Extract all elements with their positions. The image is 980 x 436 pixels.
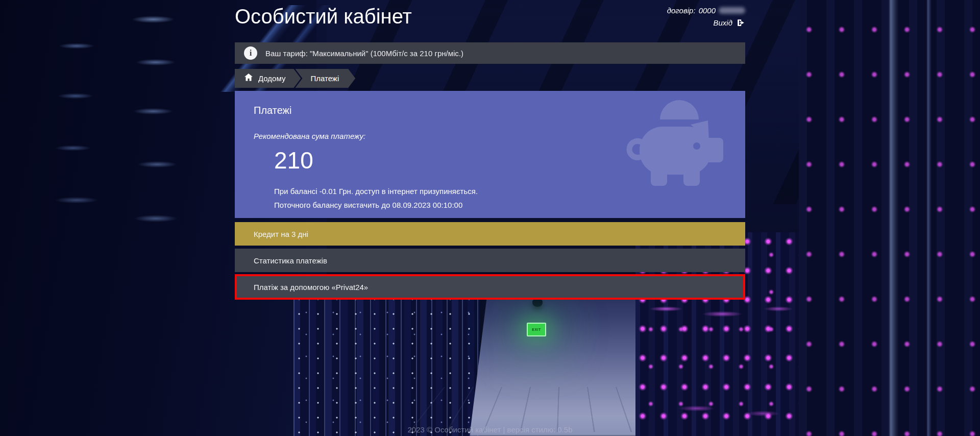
contract-label: договір:: [667, 6, 696, 15]
logout-button[interactable]: Вихід: [667, 18, 745, 27]
payment-statistics-button[interactable]: Статистика платежів: [235, 249, 745, 272]
payments-panel: Платежі Рекомендована сума платежу: 210 …: [235, 91, 745, 218]
footer-copyright: 2023 © Особистий кабінет | версія стилю:…: [0, 425, 980, 434]
credit-3-days-label: Кредит на 3 дні: [254, 230, 308, 238]
breadcrumb-payments-label: Платежі: [310, 74, 339, 83]
privat24-payment-button[interactable]: Платіж за допомогою «Privat24»: [237, 276, 743, 298]
credit-3-days-button[interactable]: Кредит на 3 дні: [235, 222, 745, 246]
breadcrumb-home-label: Додому: [258, 74, 285, 83]
breadcrumb-home[interactable]: Додому: [235, 69, 301, 88]
logout-label: Вихід: [714, 18, 732, 27]
breadcrumb-payments[interactable]: Платежі: [295, 69, 355, 88]
page: EXIT Особистий кабінет договір: 0000 Вих…: [0, 0, 980, 436]
tariff-text: Ваш тариф: "Максимальний" (100Мбіт/с за …: [265, 49, 463, 58]
piggy-bank-icon: [619, 95, 734, 204]
highlight-red-box: Платіж за допомогою «Privat24»: [235, 274, 745, 300]
breadcrumb: Додому Платежі: [235, 69, 745, 88]
contract-number: договір: 0000: [667, 6, 745, 15]
info-icon: i: [244, 46, 257, 60]
contract-censored-blur: [719, 7, 745, 14]
privat24-payment-label: Платіж за допомогою «Privat24»: [254, 283, 368, 292]
payment-statistics-label: Статистика платежів: [254, 256, 327, 265]
account-info: договір: 0000 Вихід: [667, 6, 745, 27]
logout-icon: [737, 18, 745, 27]
home-icon: [244, 74, 253, 83]
tariff-info-bar: i Ваш тариф: "Максимальний" (100Мбіт/с з…: [235, 42, 745, 64]
contract-digits: 0000: [699, 6, 716, 15]
